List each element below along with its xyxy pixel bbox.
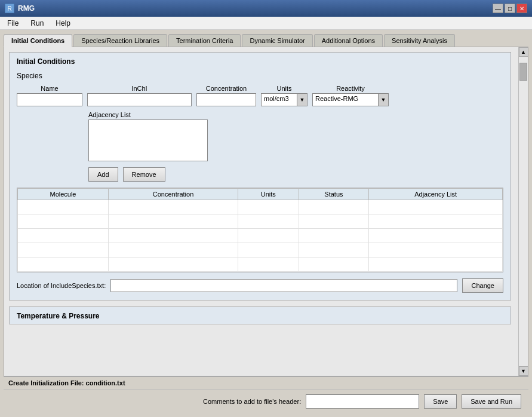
save-button[interactable]: Save [424, 394, 457, 409]
save-and-run-button[interactable]: Save and Run [462, 394, 521, 409]
table-row [18, 229, 503, 243]
tab-dynamic-simulator[interactable]: Dynamic Simulator [242, 34, 312, 47]
scroll-thumb[interactable] [519, 63, 527, 81]
tab-scroll-area: Initial Conditions Species Name InChI [9, 52, 523, 371]
main-content: Initial Conditions Species/Reaction Libr… [0, 30, 532, 417]
scroll-down-arrow[interactable]: ▼ [519, 366, 528, 376]
inchi-field-group: InChI [87, 85, 192, 106]
temp-pressure-group: Temperature & Pressure [9, 306, 511, 324]
concentration-input[interactable] [196, 93, 256, 106]
table-row [18, 200, 503, 214]
species-title: Species [17, 72, 503, 80]
scroll-up-arrow[interactable]: ▲ [519, 47, 528, 57]
units-label: Units [261, 85, 307, 92]
remove-button[interactable]: Remove [123, 167, 165, 182]
include-species-row: Location of IncludeSpecies.txt: Change [17, 278, 503, 293]
menu-file[interactable]: File [2, 18, 23, 29]
units-dropdown-group: mol/cm3 ▼ [261, 93, 307, 106]
include-species-input[interactable] [110, 279, 457, 292]
adjacency-section: Adjacency List [88, 111, 503, 161]
section-title: Initial Conditions [17, 57, 503, 66]
species-table-body [18, 200, 503, 272]
temp-pressure-title: Temperature & Pressure [17, 312, 503, 320]
minimize-button[interactable]: — [493, 4, 503, 13]
species-table: Molecule Concentration Units Status Adja… [17, 188, 503, 272]
menu-bar: File Run Help [0, 17, 532, 30]
name-field-group: Name [17, 85, 82, 106]
tab-species-reaction[interactable]: Species/Reaction Libraries [73, 34, 167, 47]
title-bar: R RMG — □ ✕ [0, 0, 532, 17]
comments-label: Comments to add to file's header: [203, 398, 301, 405]
tab-initial-conditions[interactable]: Initial Conditions [4, 34, 72, 47]
close-button[interactable]: ✕ [516, 4, 527, 13]
table-row [18, 214, 503, 229]
maximize-button[interactable]: □ [505, 4, 515, 13]
concentration-field-group: Concentration [196, 85, 256, 106]
name-input[interactable] [17, 93, 82, 106]
change-button[interactable]: Change [462, 278, 503, 293]
app-title: RMG [18, 4, 35, 13]
reactivity-value: Reactive-RMG [312, 93, 378, 106]
panel-scrollbar: ▲ ▼ [518, 47, 528, 376]
app-icon-text: R [7, 5, 11, 12]
inchi-input[interactable] [87, 93, 192, 106]
table-row [18, 257, 503, 272]
app-icon: R [5, 4, 14, 13]
tab-panel: ▲ ▼ Initial Conditions Species Name [4, 47, 528, 376]
tab-termination[interactable]: Termination Criteria [168, 34, 241, 47]
title-bar-left: R RMG [5, 4, 35, 13]
reactivity-dropdown-group: Reactive-RMG ▼ [312, 93, 389, 106]
menu-help[interactable]: Help [51, 18, 75, 29]
col-adjacency: Adjacency List [369, 189, 503, 200]
initial-conditions-group: Initial Conditions Species Name InChI [9, 52, 511, 301]
include-species-label: Location of IncludeSpecies.txt: [17, 282, 106, 289]
units-field-group: Units mol/cm3 ▼ [261, 85, 307, 106]
units-value: mol/cm3 [261, 93, 297, 106]
reactivity-label: Reactivity [312, 85, 389, 92]
name-label: Name [17, 85, 82, 92]
col-concentration: Concentration [108, 189, 238, 200]
col-units: Units [238, 189, 299, 200]
add-remove-buttons: Add Remove [88, 167, 503, 182]
species-subsection: Species Name InChI [17, 72, 503, 293]
concentration-label: Concentration [196, 85, 256, 92]
species-fields-row: Name InChI Concentration [17, 85, 503, 106]
reactivity-dropdown-arrow[interactable]: ▼ [378, 93, 389, 106]
species-table-container: Molecule Concentration Units Status Adja… [17, 188, 503, 272]
scroll-track [519, 57, 528, 366]
reactivity-field-group: Reactivity Reactive-RMG ▼ [312, 85, 389, 106]
status-text: Create Initialization File: condition.tx… [8, 379, 125, 387]
adjacency-textarea[interactable] [88, 119, 208, 161]
col-status: Status [299, 189, 369, 200]
adjacency-label: Adjacency List [88, 111, 131, 118]
units-dropdown-arrow[interactable]: ▼ [297, 93, 307, 106]
tab-bar: Initial Conditions Species/Reaction Libr… [4, 33, 528, 47]
bottom-area: Comments to add to file's header: Save S… [4, 389, 528, 413]
table-row [18, 243, 503, 257]
status-bar: Create Initialization File: condition.tx… [4, 376, 528, 389]
add-button[interactable]: Add [88, 167, 118, 182]
menu-run[interactable]: Run [26, 18, 48, 29]
tab-additional-options[interactable]: Additional Options [314, 34, 383, 47]
species-table-header: Molecule Concentration Units Status Adja… [18, 189, 503, 200]
window-controls: — □ ✕ [493, 4, 527, 13]
tab-sensitivity[interactable]: Sensitivity Analysis [384, 34, 455, 47]
comments-input[interactable] [306, 394, 419, 409]
col-molecule: Molecule [18, 189, 109, 200]
inchi-label: InChI [87, 85, 192, 92]
header-row: Molecule Concentration Units Status Adja… [18, 189, 503, 200]
